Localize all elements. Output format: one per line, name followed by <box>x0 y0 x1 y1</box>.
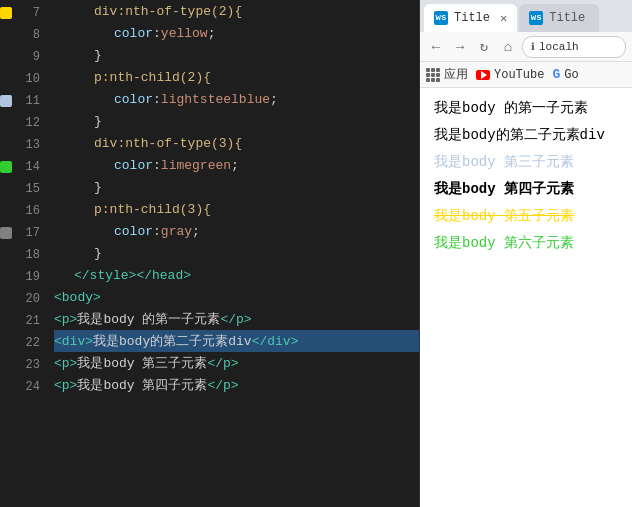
token-tag: <p> <box>54 378 77 393</box>
code-line: <p>我是body 第三子元素</p> <box>54 352 419 374</box>
browser-tab-bar: ws Title ✕ ws Title <box>420 0 632 32</box>
bookmark-google[interactable]: G Go <box>552 67 578 82</box>
code-line: p:nth-child(3){ <box>54 198 419 220</box>
preview-line: 我是body 第四子元素 <box>434 179 618 200</box>
lock-icon: ℹ <box>531 41 535 53</box>
tab-2-label: Title <box>549 11 585 25</box>
token-punct: } <box>94 114 102 129</box>
token-punct: } <box>94 246 102 261</box>
code-line: p:nth-child(2){ <box>54 66 419 88</box>
refresh-button[interactable]: ↻ <box>474 37 494 57</box>
token-tag: </div> <box>252 334 299 349</box>
token-sel: div:nth-of-type(2){ <box>94 4 242 19</box>
code-line: } <box>54 44 419 66</box>
line-number: 14 <box>14 160 46 174</box>
token-tag: <p> <box>54 312 77 327</box>
bookmark-apps[interactable]: 应用 <box>426 66 468 83</box>
gutter-row: 11 <box>0 90 50 112</box>
ws-icon: ws <box>434 11 448 25</box>
token-punct: : <box>153 26 161 41</box>
line-indicator <box>0 161 12 173</box>
token-prop: color <box>114 92 153 107</box>
token-prop: color <box>114 158 153 173</box>
gutter-row: 24 <box>0 376 50 398</box>
line-indicator <box>0 51 12 63</box>
token-punct: ; <box>231 158 239 173</box>
token-text-default: 我是body 第三子元素 <box>77 354 207 372</box>
token-sel: div:nth-of-type(3){ <box>94 136 242 151</box>
preview-line: 我是body 第五子元素 <box>434 206 618 227</box>
token-text-default: 我是body 第四子元素 <box>77 376 207 394</box>
token-prop: color <box>114 26 153 41</box>
line-number: 8 <box>14 28 46 42</box>
token-prop: color <box>114 224 153 239</box>
token-val-color: limegreen <box>161 158 231 173</box>
code-line: color: lightsteelblue; <box>54 88 419 110</box>
line-indicator <box>0 315 12 327</box>
code-line: color: limegreen; <box>54 154 419 176</box>
line-number: 9 <box>14 50 46 64</box>
token-tag: </p> <box>220 312 251 327</box>
code-line: <p>我是body 的第一子元素</p> <box>54 308 419 330</box>
token-punct: } <box>94 180 102 195</box>
browser-tab-1[interactable]: ws Title ✕ <box>424 4 517 32</box>
token-tag: <body> <box>54 290 101 305</box>
line-number: 16 <box>14 204 46 218</box>
preview-line: 我是body 第六子元素 <box>434 233 618 254</box>
forward-button[interactable]: → <box>450 37 470 57</box>
line-number: 11 <box>14 94 46 108</box>
line-number: 24 <box>14 380 46 394</box>
apps-icon <box>426 68 440 82</box>
code-line: <p>我是body 第四子元素</p> <box>54 374 419 396</box>
token-tag: <div> <box>54 334 93 349</box>
gutter-row: 10 <box>0 68 50 90</box>
line-indicator <box>0 183 12 195</box>
line-indicator <box>0 117 12 129</box>
back-button[interactable]: ← <box>426 37 446 57</box>
line-number: 19 <box>14 270 46 284</box>
preview-line: 我是body的第二子元素div <box>434 125 618 146</box>
gutter-row: 14 <box>0 156 50 178</box>
tab-1-close[interactable]: ✕ <box>500 11 507 26</box>
gutter-row: 8 <box>0 24 50 46</box>
token-punct: ; <box>192 224 200 239</box>
address-bar[interactable]: ℹ localh <box>522 36 626 58</box>
line-number: 17 <box>14 226 46 240</box>
tab-1-label: Title <box>454 11 490 25</box>
code-line: color: yellow; <box>54 22 419 44</box>
token-tag: <p> <box>54 356 77 371</box>
code-line: } <box>54 176 419 198</box>
browser-tab-2[interactable]: ws Title <box>519 4 599 32</box>
token-punct: : <box>153 158 161 173</box>
apps-label: 应用 <box>444 66 468 83</box>
token-tag: </p> <box>207 378 238 393</box>
line-number: 21 <box>14 314 46 328</box>
editor-content: 789101112131415161718192021222324 div:nt… <box>0 0 419 507</box>
token-punct: ; <box>208 26 216 41</box>
home-button[interactable]: ⌂ <box>498 37 518 57</box>
bookmark-youtube[interactable]: YouTube <box>476 68 544 82</box>
line-indicator <box>0 293 12 305</box>
gutter-row: 15 <box>0 178 50 200</box>
line-indicator <box>0 7 12 19</box>
address-text: localh <box>539 41 579 53</box>
token-tag: </p> <box>207 356 238 371</box>
line-indicator <box>0 271 12 283</box>
browser-toolbar: ← → ↻ ⌂ ℹ localh <box>420 32 632 62</box>
code-line: <body> <box>54 286 419 308</box>
line-indicator <box>0 205 12 217</box>
youtube-play-icon <box>481 71 487 79</box>
google-icon: G <box>552 67 560 82</box>
gutter-row: 12 <box>0 112 50 134</box>
token-punct: ; <box>270 92 278 107</box>
line-number: 7 <box>14 6 46 20</box>
token-punct: : <box>153 224 161 239</box>
preview-line: 我是body 的第一子元素 <box>434 98 618 119</box>
token-text-default: 我是body的第二子元素div <box>93 332 252 350</box>
line-indicator <box>0 139 12 151</box>
line-number: 15 <box>14 182 46 196</box>
token-val-color: yellow <box>161 26 208 41</box>
code-line: </style></head> <box>54 264 419 286</box>
browser-preview: ws Title ✕ ws Title ← → ↻ ⌂ ℹ localh 应用 <box>420 0 632 507</box>
token-sel: p:nth-child(2){ <box>94 70 211 85</box>
